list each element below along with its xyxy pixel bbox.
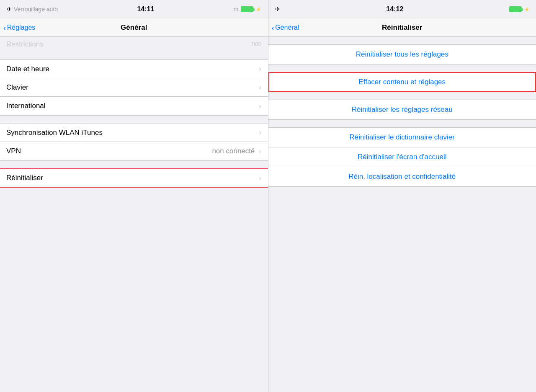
r-section-reseau: Réinitialiser les réglages réseau — [268, 100, 536, 120]
row-reset-dico-label: Réinitialiser le dictionnaire clavier — [350, 133, 455, 142]
row-reset-accueil-label: Réinitialiser l'écran d'accueil — [358, 153, 446, 161]
right-nav-bar: ‹ Général Réinitialiser — [268, 18, 536, 37]
row-vpn[interactable]: VPN non connecté › — [0, 142, 268, 160]
right-status-bar: ✈ 14:12 ⚡ — [268, 0, 536, 18]
row-sync-label: Synchronisation WLAN iTunes — [6, 129, 258, 137]
gap-0 — [0, 52, 268, 59]
right-back-button[interactable]: ‹ Général — [272, 23, 299, 32]
left-ghost-right: m — [234, 6, 239, 13]
r-section-misc: Réinitialiser le dictionnaire clavier Ré… — [268, 127, 536, 187]
section-reinitialiser: Réinitialiser › — [0, 168, 268, 188]
row-international-label: International — [6, 102, 258, 110]
r-gap-3 — [268, 120, 536, 127]
bolt-left: ⚡ — [256, 7, 261, 12]
row-reset-all[interactable]: Réinitialiser tous les réglages — [268, 45, 536, 64]
left-time: 14:11 — [137, 5, 154, 13]
left-back-label: Réglages — [7, 24, 36, 31]
left-ghost-text: Verrouillage auto — [14, 6, 58, 13]
right-nav-title: Réinitialiser — [382, 23, 422, 32]
right-status-right: ⚡ — [509, 6, 529, 12]
bolt-right: ⚡ — [524, 7, 529, 12]
row-reset-reseau[interactable]: Réinitialiser les réglages réseau — [268, 100, 536, 119]
row-reset-accueil[interactable]: Réinitialiser l'écran d'accueil — [268, 147, 536, 167]
airplane-icon-right: ✈ — [275, 5, 281, 13]
airplane-icon-left: ✈ — [7, 5, 12, 13]
chevron-clavier: › — [259, 83, 262, 92]
chevron-date: › — [259, 64, 262, 73]
battery-wrapper-right: ⚡ — [509, 6, 529, 12]
chevron-reinitialiser: › — [259, 174, 262, 183]
row-reset-dico[interactable]: Réinitialiser le dictionnaire clavier — [268, 128, 536, 147]
battery-icon-right — [509, 6, 522, 12]
left-nav-bar: ‹ Réglages Général — [0, 18, 268, 37]
left-back-button[interactable]: ‹ Réglages — [3, 23, 35, 32]
row-reset-localisation-label: Réin. localisation et confidentialité — [348, 173, 456, 181]
right-panel: ✈ 14:12 ⚡ ‹ Général Réinitialiser Réinit… — [268, 0, 536, 392]
row-reset-reseau-label: Réinitialiser les réglages réseau — [352, 106, 453, 114]
gap-1 — [0, 116, 268, 123]
row-effacer[interactable]: Effacer contenu et réglages — [268, 72, 536, 92]
left-status-left: ✈ Verrouillage auto — [7, 5, 58, 13]
right-back-label: Général — [275, 24, 299, 31]
left-nav-title: Général — [121, 23, 147, 32]
row-date-heure-label: Date et heure — [6, 65, 258, 73]
left-panel: ✈ Verrouillage auto 14:11 m ⚡ ‹ Réglages… — [0, 0, 268, 392]
chevron-sync: › — [259, 128, 262, 137]
left-back-chevron: ‹ — [3, 23, 6, 32]
chevron-vpn: › — [259, 147, 262, 156]
row-vpn-label: VPN — [6, 147, 212, 155]
row-clavier-label: Clavier — [6, 83, 258, 92]
left-status-right: m ⚡ — [234, 6, 261, 13]
right-back-chevron: ‹ — [272, 23, 275, 32]
section-1: Date et heure › Clavier › International … — [0, 59, 268, 116]
right-time: 14:12 — [386, 5, 403, 13]
r-section-effacer: Effacer contenu et réglages — [268, 72, 536, 92]
row-reinitialiser[interactable]: Réinitialiser › — [0, 169, 268, 187]
gap-3 — [0, 188, 268, 195]
right-status-left: ✈ — [275, 5, 281, 13]
r-gap-0 — [268, 37, 536, 44]
left-status-bar: ✈ Verrouillage auto 14:11 m ⚡ — [0, 0, 268, 18]
row-reset-all-label: Réinitialiser tous les réglages — [356, 50, 448, 59]
left-ghost-row: Restrictions non — [0, 37, 268, 52]
row-date-heure[interactable]: Date et heure › — [0, 60, 268, 78]
row-effacer-label: Effacer contenu et réglages — [358, 78, 446, 86]
left-content: Restrictions non Date et heure › Clavier… — [0, 37, 268, 392]
r-gap-4 — [268, 187, 536, 194]
r-gap-2 — [268, 92, 536, 100]
r-section-1: Réinitialiser tous les réglages — [268, 44, 536, 64]
chevron-international: › — [259, 102, 262, 111]
battery-icon-left — [241, 6, 253, 12]
gap-2 — [0, 161, 268, 168]
section-2: Synchronisation WLAN iTunes › VPN non co… — [0, 123, 268, 161]
row-reset-localisation[interactable]: Réin. localisation et confidentialité — [268, 167, 536, 186]
r-gap-1 — [268, 64, 536, 72]
right-content: Réinitialiser tous les réglages Effacer … — [268, 37, 536, 392]
row-reinitialiser-label: Réinitialiser — [6, 174, 258, 182]
row-vpn-value: non connecté — [212, 147, 255, 155]
row-sync[interactable]: Synchronisation WLAN iTunes › — [0, 124, 268, 142]
row-international[interactable]: International › — [0, 97, 268, 115]
row-clavier[interactable]: Clavier › — [0, 78, 268, 97]
battery-wrapper-left: ⚡ — [241, 6, 261, 12]
